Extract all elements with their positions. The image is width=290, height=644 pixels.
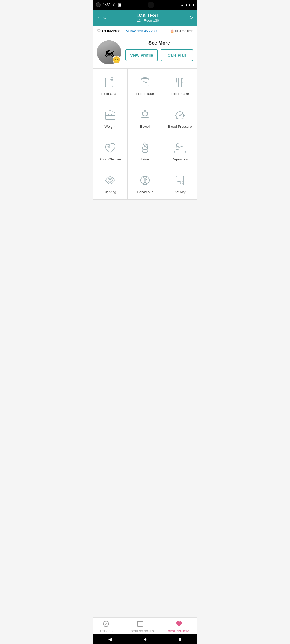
grid-item-weight[interactable]: Weight bbox=[93, 101, 128, 134]
grid-item-food-intake[interactable]: Food Intake bbox=[162, 69, 197, 101]
weight-icon bbox=[103, 108, 117, 122]
food-intake-label: Food Intake bbox=[171, 92, 189, 96]
nhs-info: NHS#: 123 456 7890 bbox=[126, 29, 158, 33]
grid-item-behaviour[interactable]: Behaviour bbox=[128, 167, 162, 200]
status-right: ▲ ▲▲ ▮ bbox=[180, 3, 194, 7]
view-profile-button[interactable]: View Profile bbox=[125, 49, 158, 61]
svg-point-44 bbox=[144, 182, 146, 183]
svg-point-34 bbox=[108, 178, 112, 182]
svg-line-27 bbox=[183, 118, 183, 119]
bowel-label: Bowel bbox=[140, 125, 150, 129]
media-icon: ⊕ bbox=[113, 3, 116, 7]
reposition-label: Reposition bbox=[172, 157, 188, 161]
status-left: 1:22 ⊕ ▣ bbox=[96, 2, 121, 7]
nhs-number: 123 456 7890 bbox=[137, 29, 159, 33]
urine-label: Urine bbox=[141, 157, 149, 161]
notification-icon: ▣ bbox=[118, 3, 121, 7]
next-arrow-icon[interactable]: > bbox=[190, 14, 193, 21]
prev-arrow-icon[interactable]: < bbox=[103, 15, 106, 21]
profile-buttons: View Profile Care Plan bbox=[125, 49, 193, 61]
profile-right: See More View Profile Care Plan bbox=[125, 40, 193, 61]
grid-item-bowel[interactable]: Bowel bbox=[128, 101, 162, 134]
dob-value: 06-02-2023 bbox=[175, 29, 193, 33]
grid-item-blood-pressure[interactable]: Blood Pressure bbox=[162, 101, 197, 134]
blood-glucose-icon bbox=[103, 141, 117, 155]
mood-emoji: 😐 bbox=[114, 57, 119, 63]
reposition-icon bbox=[173, 141, 187, 155]
fluid-intake-label: Fluid Intake bbox=[136, 92, 154, 96]
svg-point-29 bbox=[176, 144, 179, 146]
svg-rect-45 bbox=[176, 176, 184, 185]
activity-label: Activity bbox=[174, 190, 185, 194]
header: ← < Dan TEST L1 - Room130 > bbox=[93, 10, 197, 26]
signal-icon: ▲▲ bbox=[185, 3, 191, 7]
fluid-chart-icon bbox=[103, 75, 117, 89]
grid-item-reposition[interactable]: Reposition bbox=[162, 134, 197, 167]
time: 1:22 bbox=[103, 3, 110, 7]
svg-line-25 bbox=[176, 118, 177, 119]
grid-item-activity[interactable]: Activity bbox=[162, 167, 197, 200]
grid-section: Fluid Chart Fluid Intake Food Intake bbox=[93, 68, 197, 200]
svg-point-14 bbox=[142, 111, 148, 116]
camera-icon bbox=[96, 2, 101, 7]
svg-line-26 bbox=[183, 112, 183, 113]
care-plan-button[interactable]: Care Plan bbox=[161, 49, 193, 61]
weight-label: Weight bbox=[104, 125, 115, 129]
heart-icon: ♡ bbox=[97, 28, 101, 34]
fluid-intake-icon bbox=[138, 75, 152, 89]
activity-icon bbox=[173, 173, 187, 187]
sighting-icon bbox=[103, 173, 117, 187]
sighting-label: Sighting bbox=[104, 190, 116, 194]
patient-id: ♡ CLIN-13060 bbox=[97, 28, 122, 34]
grid-item-sighting[interactable]: Sighting bbox=[93, 167, 128, 200]
blood-glucose-label: Blood Glucose bbox=[99, 157, 121, 161]
svg-rect-0 bbox=[105, 78, 113, 87]
grid-item-fluid-intake[interactable]: Fluid Intake bbox=[128, 69, 162, 101]
birthday-icon: 🎂 bbox=[170, 29, 174, 33]
back-arrow-icon[interactable]: ← bbox=[97, 14, 103, 21]
svg-point-17 bbox=[144, 111, 146, 114]
status-bar: 1:22 ⊕ ▣ ▲ ▲▲ ▮ bbox=[93, 0, 197, 10]
svg-point-28 bbox=[142, 147, 148, 150]
patient-info-bar: ♡ CLIN-13060 NHS#: 123 456 7890 🎂 06-02-… bbox=[93, 26, 197, 36]
grid-item-fluid-chart[interactable]: Fluid Chart bbox=[93, 69, 128, 101]
blood-pressure-icon bbox=[173, 108, 187, 122]
urine-icon bbox=[138, 141, 152, 155]
patient-id-value: CLIN-13060 bbox=[102, 29, 122, 33]
mood-badge: 😐 bbox=[113, 56, 121, 64]
patient-location: L1 - Room130 bbox=[136, 19, 159, 23]
dob-info: 🎂 06-02-2023 bbox=[170, 29, 193, 33]
profile-section: 😐 See More View Profile Care Plan bbox=[93, 36, 197, 68]
behaviour-icon bbox=[138, 173, 152, 187]
nhs-label: NHS#: bbox=[126, 29, 136, 33]
patient-name: Dan TEST bbox=[136, 13, 159, 19]
behaviour-label: Behaviour bbox=[137, 190, 153, 194]
header-title: Dan TEST L1 - Room130 bbox=[136, 13, 159, 23]
blood-pressure-label: Blood Pressure bbox=[168, 125, 192, 129]
battery-icon: ▮ bbox=[192, 3, 194, 7]
bowel-icon bbox=[138, 108, 152, 122]
next-nav[interactable]: > bbox=[190, 14, 193, 21]
grid-item-urine[interactable]: Urine bbox=[128, 134, 162, 167]
svg-point-21 bbox=[179, 115, 180, 116]
back-nav[interactable]: ← < bbox=[97, 14, 106, 21]
notch bbox=[148, 2, 154, 8]
svg-point-35 bbox=[109, 179, 111, 181]
food-intake-icon bbox=[173, 75, 187, 89]
fluid-chart-label: Fluid Chart bbox=[102, 92, 119, 96]
see-more-title: See More bbox=[148, 40, 170, 46]
avatar-wrap: 😐 bbox=[97, 40, 121, 64]
grid-item-blood-glucose[interactable]: Blood Glucose bbox=[93, 134, 128, 167]
wifi-icon: ▲ bbox=[180, 3, 184, 7]
